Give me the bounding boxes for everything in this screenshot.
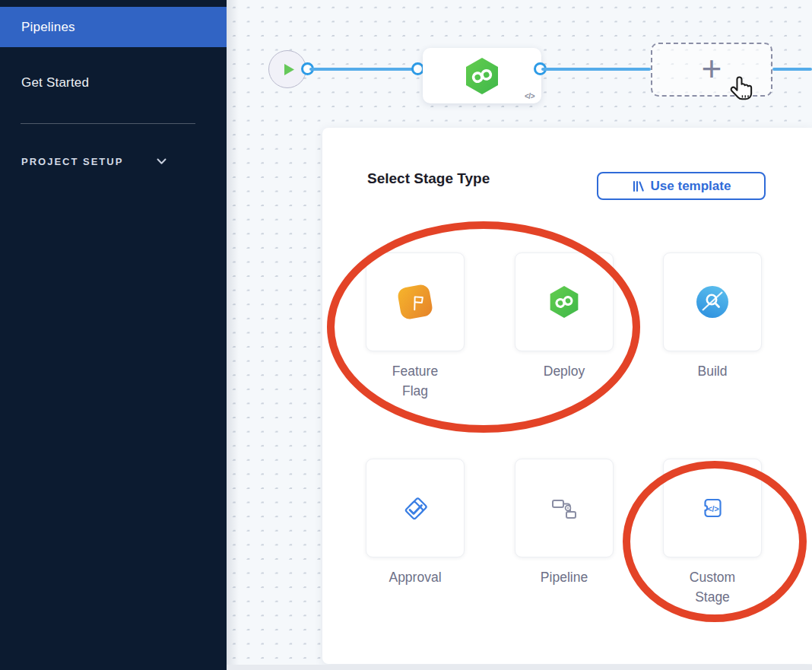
select-stage-type-panel: Select Stage Type Use template Feature F… bbox=[322, 128, 812, 664]
template-library-icon bbox=[632, 180, 644, 192]
svg-text:</>: </> bbox=[707, 504, 718, 513]
sidebar-item-pipelines[interactable]: Pipelines bbox=[0, 7, 227, 47]
stage-label: Feature Flag bbox=[383, 361, 447, 401]
stage-card-custom-stage[interactable]: </> bbox=[663, 459, 762, 557]
pipeline-editor-window: Pipelines Get Started PROJECT SETUP bbox=[0, 0, 812, 670]
horizontal-scrollbar-track[interactable] bbox=[227, 665, 812, 670]
section-label: PROJECT SETUP bbox=[21, 156, 123, 167]
sidebar-divider bbox=[21, 123, 195, 124]
stage-card-build[interactable] bbox=[663, 252, 762, 351]
use-template-button[interactable]: Use template bbox=[597, 172, 766, 200]
sidebar-item-label: Pipelines bbox=[21, 20, 75, 35]
approval-icon bbox=[398, 491, 432, 525]
sidebar-item-get-started[interactable]: Get Started bbox=[0, 62, 227, 103]
stage-cell-deploy: Deploy bbox=[515, 252, 614, 381]
stage-card-pipeline[interactable] bbox=[515, 459, 614, 557]
stage-label: Build bbox=[698, 361, 728, 381]
connector-line bbox=[541, 68, 651, 71]
sidebar-section-project-setup[interactable]: PROJECT SETUP bbox=[21, 156, 167, 167]
stage-card-feature-flag[interactable] bbox=[366, 252, 465, 351]
stage-label: Custom Stage bbox=[680, 567, 744, 607]
sidebar-item-label: Get Started bbox=[21, 75, 89, 90]
build-icon bbox=[696, 286, 728, 318]
add-stage-node[interactable]: + bbox=[651, 43, 772, 97]
stage-cell-approval: Approval bbox=[366, 459, 465, 587]
stage-card-deploy[interactable] bbox=[515, 252, 614, 351]
stage-cell-feature-flag: Feature Flag bbox=[366, 252, 465, 401]
stage-cell-custom-stage: </> Custom Stage bbox=[663, 459, 762, 607]
deploy-hexagon-icon bbox=[464, 57, 500, 95]
connector-line bbox=[772, 68, 812, 71]
custom-stage-icon: </> bbox=[696, 491, 729, 525]
pipeline-icon bbox=[547, 491, 581, 525]
stage-cell-pipeline: Pipeline bbox=[515, 459, 614, 587]
deploy-stage-node[interactable]: </> bbox=[423, 48, 541, 103]
sidebar: Pipelines Get Started PROJECT SETUP bbox=[0, 0, 227, 670]
plus-icon: + bbox=[702, 51, 722, 86]
feature-flag-icon bbox=[397, 284, 434, 321]
chevron-down-icon bbox=[157, 158, 167, 165]
stage-card-approval[interactable] bbox=[366, 459, 465, 557]
stage-label: Approval bbox=[389, 567, 441, 587]
stage-label: Deploy bbox=[544, 361, 585, 381]
stage-cell-build: Build bbox=[663, 252, 762, 381]
connector-line bbox=[309, 68, 417, 71]
stage-label: Pipeline bbox=[541, 567, 588, 587]
yaml-code-icon: </> bbox=[525, 92, 534, 100]
use-template-label: Use template bbox=[651, 179, 731, 194]
play-icon bbox=[284, 63, 295, 76]
panel-title: Select Stage Type bbox=[367, 170, 490, 187]
deploy-icon bbox=[548, 285, 580, 319]
